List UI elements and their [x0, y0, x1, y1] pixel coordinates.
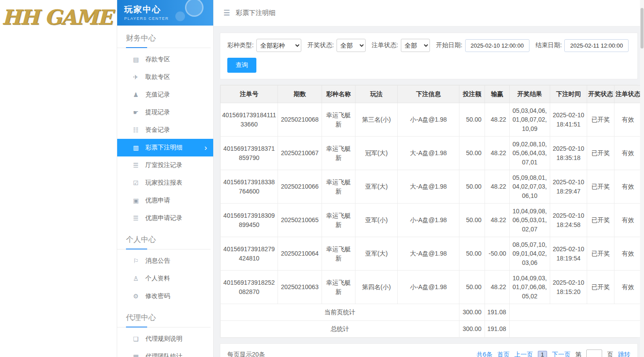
- sidebar-item-withdraw[interactable]: ✈ 取款专区: [117, 68, 213, 86]
- start-date-input[interactable]: [465, 39, 529, 52]
- query-button[interactable]: 查询: [227, 58, 256, 73]
- play-cell: 亚军(小): [355, 204, 398, 237]
- bet-info-cell: 大-A盘@1.98: [398, 137, 459, 170]
- lottery-name-cell: 幸运飞艇新: [322, 204, 355, 237]
- sidebar-item-promo-apply-records[interactable]: ☰ 优惠申请记录: [117, 209, 213, 227]
- bet-id-cell: 401569173918411133660: [221, 103, 278, 137]
- winloss-cell: 48.22: [485, 103, 510, 137]
- period-cell: 20250210066: [278, 170, 322, 204]
- column-header-bet-time: 下注时间: [550, 86, 587, 103]
- sidebar-item-lottery-bet-details[interactable]: ▥ 彩票下注明细 ›: [117, 139, 213, 156]
- period-cell: 20250210067: [278, 137, 322, 170]
- bet-info-cell: 大-A盘@1.98: [398, 237, 459, 271]
- logo[interactable]: HH GAME: [2, 5, 117, 29]
- team-stats-icon: ▦: [133, 353, 145, 357]
- end-date-input[interactable]: [564, 39, 629, 52]
- page-title: 彩票下注明细: [236, 9, 275, 17]
- total-count-text: 共6条: [477, 351, 492, 357]
- period-cell: 20250210064: [278, 237, 322, 271]
- end-date-label: 结束日期:: [536, 41, 562, 49]
- jump-suffix-label: 页: [607, 351, 613, 357]
- jump-page-input[interactable]: [586, 350, 602, 357]
- user-icon: ♙: [133, 275, 145, 282]
- table-row: 401569173918338764600 20250210066 幸运飞艇新 …: [221, 170, 642, 204]
- sidebar-item-agent-rules[interactable]: ❏ 代理规则说明: [117, 330, 213, 348]
- draw-status-label: 开奖状态:: [307, 41, 334, 49]
- winloss-cell: 48.22: [485, 271, 510, 304]
- page-summary-label: 当前页统计: [221, 304, 459, 321]
- scrollbar-thumb[interactable]: [640, 8, 644, 48]
- page-summary-empty: [510, 304, 642, 321]
- next-page-link[interactable]: 下一页: [552, 351, 570, 357]
- hamburger-icon[interactable]: ☰: [223, 8, 230, 18]
- column-header-bet-amount: 投注额: [459, 86, 485, 103]
- scrollbar-track[interactable]: [640, 0, 644, 357]
- jump-button[interactable]: 跳转: [618, 351, 630, 357]
- column-header-play: 玩法: [355, 86, 398, 103]
- sidebar-item-player-bet-report[interactable]: ☑ 玩家投注报表: [117, 174, 213, 192]
- result-cell: 08,05,07,10,09,01,04,02,03,06: [510, 237, 550, 271]
- gear-icon: ⚙: [133, 293, 145, 300]
- sidebar: 玩家中心 PLAYERS CENTER 财务中心 ▤ 存款专区 ✈ 取款专区 ♟…: [117, 0, 214, 357]
- table-row: 401569173918371859790 20250210067 幸运飞艇新 …: [221, 137, 642, 170]
- sidebar-item-announcements[interactable]: ⚐ 消息公告: [117, 252, 213, 270]
- draw-status-cell: 已开奖: [587, 271, 614, 304]
- logo-column: HH GAME: [0, 0, 117, 357]
- bet-id-cell: 401569173918371859790: [221, 137, 278, 170]
- sidebar-item-funds-records[interactable]: ☷ 资金记录: [117, 121, 213, 139]
- result-cell: 09,02,08,10,05,06,04,03,07,01: [510, 137, 550, 170]
- bet-table-panel: 注单号 期数 彩种名称 玩法 下注信息 投注额 输赢 开奖结果 下注时间 开奖状…: [220, 85, 638, 338]
- first-page-link[interactable]: 首页: [497, 351, 510, 357]
- withdraw-send-icon: ✈: [133, 74, 145, 81]
- bet-time-cell: 2025-02-10 18:24:58: [550, 204, 587, 237]
- play-cell: 第三名(小): [355, 103, 398, 137]
- bet-status-cell: 有效: [614, 137, 642, 170]
- pager: 共6条 首页 上一页 1 下一页 第 页 跳转: [477, 350, 630, 357]
- report-icon: ☑: [133, 179, 145, 186]
- sidebar-item-label: 彩票下注明细: [145, 144, 182, 152]
- bet-id-cell: 401569173918252082870: [221, 271, 278, 304]
- draw-status-cell: 已开奖: [587, 237, 614, 271]
- deposit-card-icon: ▤: [133, 56, 145, 63]
- draw-status-cell: 已开奖: [587, 204, 614, 237]
- bet-id-cell: 401569173918279424810: [221, 237, 278, 271]
- winloss-cell: 48.22: [485, 170, 510, 204]
- bet-status-select[interactable]: 全部: [401, 39, 430, 52]
- per-page-text: 每页显示20条: [227, 351, 265, 357]
- play-cell: 亚军(大): [355, 237, 398, 271]
- period-cell: 20250210063: [278, 271, 322, 304]
- sidebar-item-withdraw-records[interactable]: ☛ 提现记录: [117, 104, 213, 121]
- recharge-record-icon: ♟: [133, 91, 145, 98]
- bet-status-cell: 有效: [614, 237, 642, 271]
- cashout-record-icon: ☛: [133, 109, 145, 116]
- sidebar-item-hall-bet-records[interactable]: ☰ 厅室投注记录: [117, 156, 213, 174]
- sidebar-header: 玩家中心 PLAYERS CENTER: [117, 0, 213, 26]
- sidebar-item-change-password[interactable]: ⚙ 修改密码: [117, 287, 213, 305]
- winloss-cell: -50.00: [485, 237, 510, 271]
- draw-status-select[interactable]: 全部: [337, 39, 366, 52]
- play-cell: 冠军(大): [355, 137, 398, 170]
- bet-status-label: 注单状态:: [372, 41, 398, 49]
- lottery-name-cell: 幸运飞艇新: [322, 237, 355, 271]
- sidebar-item-label: 个人资料: [145, 275, 170, 283]
- sidebar-item-deposit[interactable]: ▤ 存款专区: [117, 51, 213, 68]
- current-page-button[interactable]: 1: [538, 351, 547, 357]
- topbar: ☰ 彩票下注明细: [214, 0, 644, 26]
- lottery-type-select[interactable]: 全部彩种: [256, 39, 301, 52]
- total-summary-empty: [510, 321, 642, 338]
- sidebar-item-recharge-records[interactable]: ♟ 充值记录: [117, 86, 213, 104]
- winloss-cell: 48.22: [485, 137, 510, 170]
- table-header-row: 注单号 期数 彩种名称 玩法 下注信息 投注额 输赢 开奖结果 下注时间 开奖状…: [221, 86, 642, 103]
- total-summary-bet-total: 300.00: [459, 321, 485, 338]
- table-row: 401569173918252082870 20250210063 幸运飞艇新 …: [221, 271, 642, 304]
- sidebar-item-label: 优惠申请: [145, 197, 170, 205]
- sidebar-item-promo-apply[interactable]: ▣ 优惠申请: [117, 192, 213, 209]
- result-cell: 10,04,09,03,01,07,06,08,05,02: [510, 271, 550, 304]
- sidebar-item-label: 充值记录: [145, 91, 170, 99]
- coupon-icon: ▣: [133, 197, 145, 204]
- prev-page-link[interactable]: 上一页: [514, 351, 533, 357]
- draw-status-cell: 已开奖: [587, 103, 614, 137]
- sidebar-item-profile[interactable]: ♙ 个人资料: [117, 270, 213, 287]
- bet-status-cell: 有效: [614, 170, 642, 204]
- sidebar-item-agent-team-stats[interactable]: ▦ 代理团队统计: [117, 348, 213, 357]
